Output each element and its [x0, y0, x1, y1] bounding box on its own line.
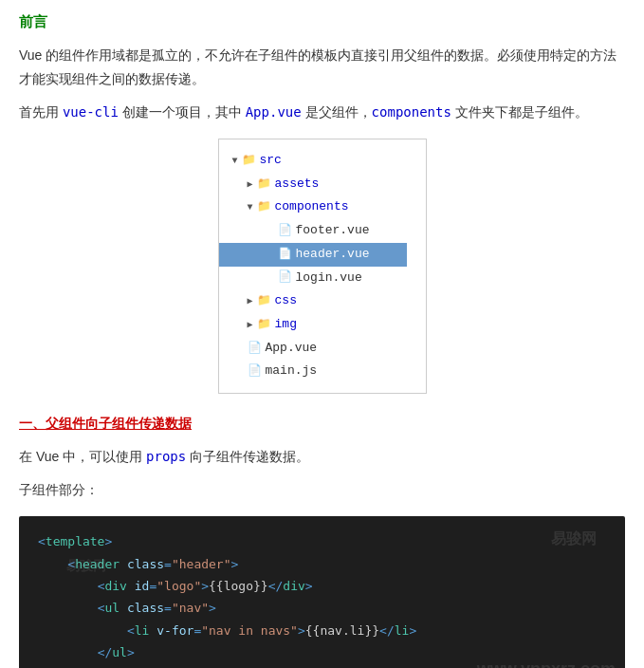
- intro2-middle2: 是父组件，: [302, 104, 372, 120]
- file-icon: 📄: [278, 267, 292, 288]
- section1-para1: 在 Vue 中，可以使用 props 向子组件传递数据。: [19, 445, 625, 469]
- folder-label: src: [260, 149, 282, 173]
- list-item: ▶ 📁 img: [229, 313, 397, 337]
- code-line-2: <header class="header">: [38, 553, 606, 575]
- section1-heading: 一、父组件向子组件传递数据: [19, 413, 625, 436]
- intro2-suffix: 文件夹下都是子组件。: [451, 104, 588, 120]
- file-tree: ▼ 📁 src ▶ 📁 assets ▼ 📁 components 📄 foot…: [218, 139, 427, 394]
- file-icon: 📄: [278, 220, 292, 242]
- list-item: ▶ 📁 css: [229, 289, 397, 313]
- file-label: main.js: [266, 360, 318, 383]
- folder-label: img: [275, 313, 297, 337]
- folder-icon: 📁: [257, 174, 271, 195]
- code-line-7: </header>: [38, 663, 606, 668]
- list-item: 📄 footer.vue: [229, 219, 397, 243]
- arrow-icon: ▼: [248, 198, 253, 216]
- list-item: 📄 login.vue: [229, 267, 397, 290]
- file-tree-container: ▼ 📁 src ▶ 📁 assets ▼ 📁 components 📄 foot…: [19, 139, 625, 394]
- folder-label: css: [275, 289, 297, 313]
- section1-para2: 子组件部分：: [19, 478, 625, 502]
- intro2-code3: components: [372, 104, 451, 120]
- arrow-icon: ▶: [248, 316, 253, 334]
- folder-icon: 📁: [257, 196, 271, 218]
- intro2-code2: App.vue: [246, 104, 302, 120]
- list-item: 📄 App.vue: [229, 337, 397, 361]
- list-item: 📄 main.js: [229, 360, 397, 383]
- folder-icon: 📁: [242, 150, 256, 172]
- intro2-code1: vue-cli: [63, 104, 119, 120]
- file-label: App.vue: [266, 337, 318, 361]
- folder-label: assets: [275, 173, 320, 196]
- section1-para1-suffix: 向子组件传递数据。: [186, 449, 309, 464]
- folder-icon: 📁: [257, 290, 271, 312]
- file-label: header.vue: [296, 243, 370, 267]
- file-icon: 📄: [278, 244, 292, 266]
- list-item: ▼ 📁 components: [229, 195, 397, 219]
- section1-para1-prefix: 在 Vue 中，可以使用: [19, 449, 146, 464]
- arrow-icon: ▶: [248, 292, 253, 310]
- code-line-1: <template>: [38, 530, 606, 552]
- code-block: 易骏网 www.ynpxrz.com www.ynpxrz.com 易骏网 <t…: [19, 516, 625, 668]
- list-item[interactable]: 📄 header.vue: [219, 243, 407, 267]
- list-item: ▶ 📁 assets: [229, 173, 397, 196]
- folder-label: components: [275, 195, 349, 219]
- intro-paragraph-1: Vue 的组件作用域都是孤立的，不允许在子组件的模板内直接引用父组件的数据。必须…: [19, 44, 625, 91]
- arrow-icon: ▼: [232, 152, 238, 170]
- intro-paragraph-2: 首先用 vue-cli 创建一个项目，其中 App.vue 是父组件，compo…: [19, 101, 625, 124]
- file-label: login.vue: [296, 267, 362, 290]
- page-title: 前言: [19, 9, 625, 34]
- code-line-4: <ul class="nav">: [38, 597, 606, 619]
- intro2-middle: 创建一个项目，其中: [119, 104, 246, 120]
- file-icon: 📄: [248, 361, 262, 382]
- props-code: props: [146, 449, 186, 464]
- code-line-3: <div id="logo">{{logo}}</div>: [38, 575, 606, 597]
- folder-icon: 📁: [257, 314, 271, 336]
- file-icon: 📄: [248, 338, 262, 360]
- intro2-prefix: 首先用: [19, 104, 63, 120]
- code-line-6: </ul>: [38, 641, 606, 663]
- code-line-5: <li v-for="nav in navs">{{nav.li}}</li>: [38, 620, 606, 641]
- file-label: footer.vue: [296, 219, 370, 243]
- list-item: ▼ 📁 src: [229, 149, 397, 173]
- arrow-icon: ▶: [248, 176, 253, 194]
